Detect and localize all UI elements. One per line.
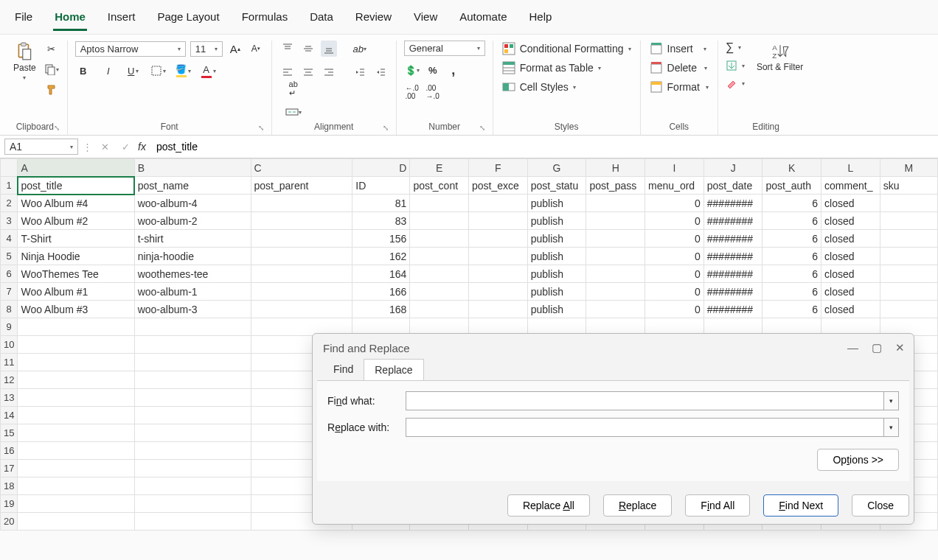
cell-E6[interactable] xyxy=(410,265,469,283)
cell-A17[interactable] xyxy=(18,460,134,477)
find-what-input[interactable] xyxy=(406,391,884,410)
cell-G5[interactable]: publish xyxy=(527,248,586,265)
tab-find[interactable]: Find xyxy=(323,359,364,380)
col-header-I[interactable]: I xyxy=(645,159,704,177)
cell-F4[interactable] xyxy=(468,230,527,248)
cell-H4[interactable] xyxy=(586,230,645,248)
row-header-6[interactable]: 6 xyxy=(1,265,18,283)
replace-button[interactable]: Replace xyxy=(603,494,672,517)
clear-icon[interactable] xyxy=(726,77,737,89)
row-header-8[interactable]: 8 xyxy=(1,301,18,318)
menu-tab-view[interactable]: View xyxy=(412,7,439,31)
italic-button[interactable]: I xyxy=(100,63,117,79)
row-header-19[interactable]: 19 xyxy=(1,495,18,513)
cell-L6[interactable]: closed xyxy=(821,265,880,283)
menu-tab-review[interactable]: Review xyxy=(354,7,393,31)
cell-M6[interactable] xyxy=(880,265,937,283)
col-header-F[interactable]: F xyxy=(468,159,527,177)
menu-tab-data[interactable]: Data xyxy=(308,7,335,31)
cell-G3[interactable]: publish xyxy=(527,212,586,230)
row-header-13[interactable]: 13 xyxy=(1,389,18,407)
select-all-cell[interactable] xyxy=(1,159,18,177)
cell-A8[interactable]: Woo Album #3 xyxy=(18,301,134,318)
col-header-B[interactable]: B xyxy=(134,159,251,177)
cell-A6[interactable]: WooThemes Tee xyxy=(18,265,134,283)
cell-E2[interactable] xyxy=(410,195,469,212)
replace-all-button[interactable]: Replace All xyxy=(507,494,590,517)
col-header-K[interactable]: K xyxy=(762,159,821,177)
cell-B12[interactable] xyxy=(134,371,251,389)
cell-C1[interactable]: post_parent xyxy=(251,177,352,195)
cell-B20[interactable] xyxy=(134,513,251,531)
cell-E1[interactable]: post_cont xyxy=(410,177,469,195)
fill-icon[interactable] xyxy=(726,60,737,71)
find-dropdown[interactable]: ▾ xyxy=(884,391,899,410)
cell-B14[interactable] xyxy=(134,407,251,424)
row-header-9[interactable]: 9 xyxy=(1,318,18,336)
cell-B5[interactable]: ninja-hoodie xyxy=(134,248,251,265)
decrease-font-button[interactable]: A▾ xyxy=(248,41,264,57)
cell-K6[interactable]: 6 xyxy=(762,265,821,283)
cell-D5[interactable]: 162 xyxy=(352,248,410,265)
cell-I7[interactable]: 0 xyxy=(645,283,704,301)
cell-E4[interactable] xyxy=(410,230,469,248)
col-header-D[interactable]: D xyxy=(352,159,410,177)
cell-D7[interactable]: 166 xyxy=(352,283,410,301)
align-right-button[interactable] xyxy=(321,64,337,80)
cell-M7[interactable] xyxy=(880,283,937,301)
cell-D6[interactable]: 164 xyxy=(352,265,410,283)
paste-button[interactable]: Paste ▾ xyxy=(10,41,39,83)
cell-L3[interactable]: closed xyxy=(821,212,880,230)
cell-A14[interactable] xyxy=(18,407,134,424)
cell-G2[interactable]: publish xyxy=(527,195,586,212)
cell-K4[interactable]: 6 xyxy=(762,230,821,248)
cell-B3[interactable]: woo-album-2 xyxy=(134,212,251,230)
cell-B10[interactable] xyxy=(134,336,251,354)
minimize-icon[interactable]: — xyxy=(847,341,858,354)
cell-B1[interactable]: post_name xyxy=(134,177,251,195)
cell-K3[interactable]: 6 xyxy=(762,212,821,230)
cell-F5[interactable] xyxy=(468,248,527,265)
cell-D8[interactable]: 168 xyxy=(352,301,410,318)
cell-J3[interactable]: ######## xyxy=(704,212,762,230)
cell-I1[interactable]: menu_ord xyxy=(645,177,704,195)
cell-A11[interactable] xyxy=(18,354,134,371)
maximize-icon[interactable]: ▢ xyxy=(872,341,882,354)
wrap-text-button[interactable]: ab↵ xyxy=(285,80,302,97)
close-icon[interactable]: ✕ xyxy=(895,341,905,354)
cell-E3[interactable] xyxy=(410,212,469,230)
cell-L7[interactable]: closed xyxy=(821,283,880,301)
col-header-G[interactable]: G xyxy=(527,159,586,177)
cell-B15[interactable] xyxy=(134,424,251,442)
cell-A12[interactable] xyxy=(18,371,134,389)
font-color-button[interactable]: A▾ xyxy=(201,63,217,79)
font-size-select[interactable]: 11▾ xyxy=(190,41,223,57)
cell-M8[interactable] xyxy=(880,301,937,318)
cell-I5[interactable]: 0 xyxy=(645,248,704,265)
cell-A10[interactable] xyxy=(18,336,134,354)
cell-H5[interactable] xyxy=(586,248,645,265)
menu-tab-home[interactable]: Home xyxy=(53,7,87,31)
cell-A9[interactable] xyxy=(18,318,134,336)
cell-A16[interactable] xyxy=(18,442,134,460)
font-name-select[interactable]: Aptos Narrow▾ xyxy=(75,41,186,57)
cancel-formula-button[interactable]: ✕ xyxy=(97,139,113,155)
cell-J1[interactable]: post_date xyxy=(704,177,762,195)
row-header-20[interactable]: 20 xyxy=(1,513,18,531)
col-header-J[interactable]: J xyxy=(704,159,762,177)
col-header-C[interactable]: C xyxy=(251,159,352,177)
cell-B11[interactable] xyxy=(134,354,251,371)
cell-F7[interactable] xyxy=(468,283,527,301)
format-as-table-button[interactable]: Format as Table▾ xyxy=(501,60,602,76)
dialog-launcher-icon[interactable]: ⤡ xyxy=(258,124,264,132)
cell-K7[interactable]: 6 xyxy=(762,283,821,301)
decrease-decimal-button[interactable]: .00→.0 xyxy=(425,84,441,100)
align-top-button[interactable] xyxy=(279,41,296,57)
cell-D1[interactable]: ID xyxy=(352,177,410,195)
cell-C8[interactable] xyxy=(251,301,352,318)
cell-A19[interactable] xyxy=(18,495,134,513)
row-header-10[interactable]: 10 xyxy=(1,336,18,354)
menu-tab-page-layout[interactable]: Page Layout xyxy=(156,7,220,31)
enter-formula-button[interactable]: ✓ xyxy=(117,139,133,155)
cell-A20[interactable] xyxy=(18,513,134,531)
